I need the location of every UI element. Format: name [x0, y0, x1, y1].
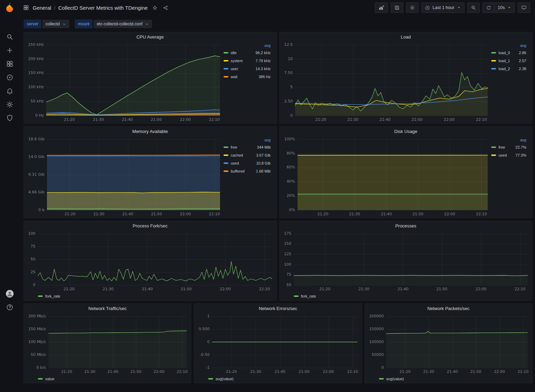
series-avg-value: 1.68 Mib [256, 169, 270, 173]
series-avg-value: 2.86 [519, 51, 526, 55]
panel-title[interactable]: Memory Available [24, 127, 276, 136]
series-name[interactable]: load_2 [498, 67, 510, 71]
dashboard-title[interactable]: CollectD Server Metrics with TDengine [58, 5, 148, 11]
time-range-picker[interactable]: Last 1 hour [421, 2, 464, 13]
sidebar-item-dashboards[interactable] [0, 57, 19, 70]
sidebar-item-search[interactable] [0, 30, 19, 43]
series-name[interactable]: load_1 [498, 59, 510, 63]
legend: avg idle 96.2 kHz system 7.79 kHz user [222, 41, 274, 123]
legend-avg-header[interactable]: avg [491, 43, 526, 48]
legend-avg-header[interactable]: avg [491, 138, 526, 142]
panel-title[interactable]: Process Fork/sec [24, 221, 276, 230]
panel-title[interactable]: Disk Usage [280, 127, 532, 136]
chart-area [26, 41, 222, 123]
panel-disk-usage: Disk Usage avg free 22.7% used 77.3% [279, 126, 533, 218]
refresh-button[interactable] [483, 2, 495, 13]
memory-available-chart[interactable] [26, 136, 222, 217]
panel-title[interactable]: Network Packets/sec [365, 304, 532, 313]
series-name[interactable]: avg(value) [216, 377, 233, 381]
panel-title[interactable]: Network Traffic/sec [24, 304, 191, 313]
network-packets-chart[interactable] [367, 313, 530, 375]
series-name[interactable]: system [231, 59, 243, 63]
sidebar-item-server-admin[interactable] [0, 111, 19, 125]
dashboards-grid-icon [6, 60, 14, 68]
series-swatch [491, 68, 496, 69]
variable-mount-dropdown[interactable]: etc-collectd-collectd.conf [94, 20, 152, 28]
panel-processes: Processes fork_rate [279, 221, 533, 301]
legend-row: wait 386 Hz [224, 73, 271, 81]
zoom-out-button[interactable] [467, 2, 480, 13]
series-name[interactable]: free [498, 145, 505, 149]
chevron-down-icon [507, 6, 511, 10]
network-traffic-chart[interactable] [26, 313, 189, 375]
series-name[interactable]: avg(value) [386, 377, 404, 381]
legend-row: used 77.3% [491, 151, 526, 159]
variable-mount: mount etc-collectd-collectd.conf [75, 19, 152, 28]
panel-title[interactable]: Processes [280, 221, 532, 230]
series-name[interactable]: wait [231, 75, 238, 79]
series-name[interactable]: used [498, 153, 507, 157]
process-fork-chart[interactable] [26, 230, 274, 292]
sidebar-item-explore[interactable] [0, 70, 19, 84]
legend: avg load_0 2.86 load_1 2.57 load_2 [490, 41, 530, 123]
legend-avg-header[interactable]: avg [224, 43, 271, 48]
breadcrumb-folder[interactable]: General [33, 5, 51, 11]
disk-usage-chart[interactable] [282, 136, 490, 217]
series-name[interactable]: fork_rate [301, 294, 316, 298]
series-swatch [224, 170, 228, 172]
series-name[interactable]: value [45, 377, 54, 381]
panel-title[interactable]: CPU Average [24, 32, 276, 41]
panel-title[interactable]: Load [280, 32, 532, 41]
legend-row: idle 96.2 kHz [224, 49, 271, 57]
network-errors-chart[interactable] [196, 313, 359, 375]
series-swatch [224, 76, 228, 77]
dashboard-settings-button[interactable] [406, 2, 419, 13]
legend-row: used 10.8 Gib [224, 159, 271, 167]
breadcrumb: General / CollectD Server Metrics with T… [33, 5, 148, 11]
sidebar-item-create[interactable] [0, 43, 19, 57]
user-profile-button[interactable] [0, 287, 19, 300]
bell-icon [6, 87, 14, 95]
series-name[interactable]: free [231, 145, 237, 149]
series-swatch [224, 60, 228, 61]
sidebar-menu [0, 30, 19, 125]
cpu-average-chart[interactable] [26, 41, 222, 123]
sidebar-item-alerting[interactable] [0, 84, 19, 98]
legend-row: free 22.7% [491, 143, 526, 151]
grafana-logo[interactable] [4, 2, 16, 14]
legend-row: system 7.79 kHz [224, 57, 271, 65]
series-name[interactable]: idle [231, 51, 237, 55]
series-swatch [491, 52, 496, 53]
save-dashboard-button[interactable] [391, 2, 403, 13]
series-name[interactable]: load_0 [498, 51, 510, 55]
cycle-view-mode-button[interactable] [518, 2, 530, 13]
dashboard-variables: server collectd mount etc-collectd-colle… [19, 15, 535, 29]
refresh-interval-dropdown[interactable]: 10s [495, 2, 515, 13]
add-panel-icon [378, 5, 384, 11]
series-name[interactable]: fork_rate [45, 294, 60, 298]
series-swatch [208, 378, 213, 380]
load-chart[interactable] [282, 41, 490, 123]
series-name[interactable]: buffered [231, 169, 245, 173]
chart-area [282, 230, 530, 292]
star-dashboard-button[interactable] [151, 4, 159, 11]
processes-chart[interactable] [282, 230, 530, 292]
nav-left: General / CollectD Server Metrics with T… [23, 4, 169, 11]
panel-memory-available: Memory Available avg free 344 Mib cached [24, 126, 277, 218]
refresh-interval-label: 10s [498, 5, 505, 10]
panel-row-4: Network Traffic/sec value Network Errors… [24, 303, 532, 383]
series-name[interactable]: used [231, 161, 239, 165]
panel-title[interactable]: Network Errors/sec [194, 304, 361, 313]
chart-area [282, 136, 490, 217]
series-avg-value: 386 Hz [259, 75, 271, 79]
legend-avg-header[interactable]: avg [224, 138, 271, 142]
chart-area [367, 313, 530, 375]
sidebar-item-configuration[interactable] [0, 98, 19, 111]
help-button[interactable] [0, 300, 19, 314]
panel-network-traffic: Network Traffic/sec value [24, 303, 191, 383]
series-name[interactable]: cached [231, 153, 243, 157]
variable-server-dropdown[interactable]: collectd [42, 20, 69, 28]
series-name[interactable]: user [231, 67, 238, 71]
share-dashboard-button[interactable] [162, 4, 169, 11]
add-panel-button[interactable] [375, 2, 388, 13]
